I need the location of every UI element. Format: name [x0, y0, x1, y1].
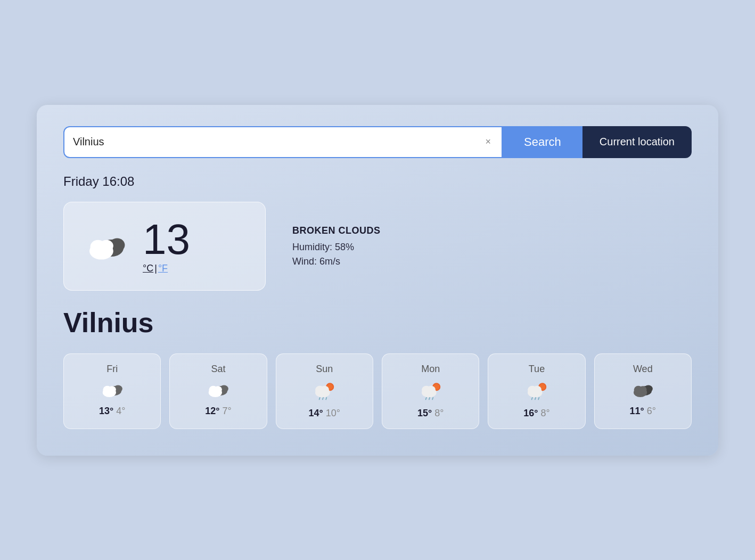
svg-point-14	[214, 386, 222, 393]
svg-line-30	[432, 397, 433, 399]
weather-details: BROKEN CLOUDS Humidity: 58% Wind: 6m/s	[292, 225, 381, 267]
current-weather-row: 13 °C | °F BROKEN CLOUDS Humidity: 58% W…	[63, 202, 692, 291]
wind-label: Wind: 6m/s	[292, 256, 381, 267]
svg-line-36	[532, 397, 532, 399]
weather-card: 13 °C | °F	[63, 202, 266, 291]
temperature-units: °C | °F	[143, 263, 190, 274]
svg-point-4	[100, 240, 113, 252]
temperature-value: 13	[143, 218, 190, 261]
current-weather-icon	[85, 229, 128, 263]
forecast-temps: 12° 7°	[205, 406, 231, 417]
unit-separator: |	[154, 263, 157, 274]
forecast-icon	[313, 380, 336, 402]
forecast-temps: 16° 8°	[523, 408, 549, 419]
forecast-day-label: Wed	[633, 364, 653, 375]
svg-line-29	[429, 397, 429, 399]
forecast-icon	[207, 380, 230, 400]
forecast-day-label: Tue	[529, 364, 545, 375]
forecast-card: Sat 12° 7°	[169, 353, 267, 429]
svg-line-22	[326, 397, 326, 399]
forecast-day-label: Mon	[421, 364, 440, 375]
forecast-row: Fri 13° 4° Sat 12° 7° Sun	[63, 353, 692, 429]
search-button[interactable]: Search	[503, 126, 582, 158]
search-input[interactable]	[73, 136, 479, 148]
forecast-card: Mon 15° 8°	[382, 353, 479, 429]
forecast-day-label: Sun	[316, 364, 333, 375]
celsius-unit[interactable]: °C	[143, 263, 153, 274]
search-row: × Search Current location	[63, 126, 692, 158]
weather-condition: BROKEN CLOUDS	[292, 225, 381, 236]
forecast-icon	[101, 380, 124, 400]
svg-point-9	[108, 386, 116, 393]
clear-button[interactable]: ×	[483, 134, 494, 150]
svg-point-35	[532, 385, 541, 393]
svg-line-37	[535, 397, 536, 399]
svg-line-20	[319, 397, 320, 399]
forecast-icon	[419, 380, 442, 402]
forecast-icon	[525, 380, 548, 402]
forecast-temps: 15° 8°	[417, 408, 444, 419]
svg-point-43	[639, 386, 647, 393]
current-location-button[interactable]: Current location	[582, 126, 692, 158]
svg-point-19	[321, 385, 329, 393]
svg-line-21	[323, 397, 323, 399]
humidity-label: Humidity: 58%	[292, 242, 381, 253]
datetime-label: Friday 16:08	[63, 174, 692, 189]
svg-point-27	[426, 385, 435, 393]
search-input-wrapper: ×	[63, 126, 503, 158]
svg-line-28	[425, 397, 426, 399]
forecast-day-label: Fri	[106, 364, 118, 375]
forecast-temps: 13° 4°	[99, 406, 125, 417]
forecast-card: Fri 13° 4°	[63, 353, 161, 429]
fahrenheit-unit[interactable]: °F	[158, 263, 168, 274]
city-name: Vilnius	[63, 307, 692, 339]
svg-line-38	[538, 397, 539, 399]
forecast-day-label: Sat	[211, 364, 225, 375]
weather-app: × Search Current location Friday 16:08	[37, 105, 718, 456]
forecast-card: Wed 11° 6°	[594, 353, 692, 429]
forecast-card: Tue 16° 8°	[488, 353, 585, 429]
temperature-display: 13 °C | °F	[143, 218, 190, 274]
forecast-icon	[631, 380, 654, 400]
forecast-temps: 11° 6°	[630, 406, 656, 417]
forecast-card: Sun 14° 10°	[276, 353, 373, 429]
forecast-temps: 14° 10°	[309, 408, 340, 419]
